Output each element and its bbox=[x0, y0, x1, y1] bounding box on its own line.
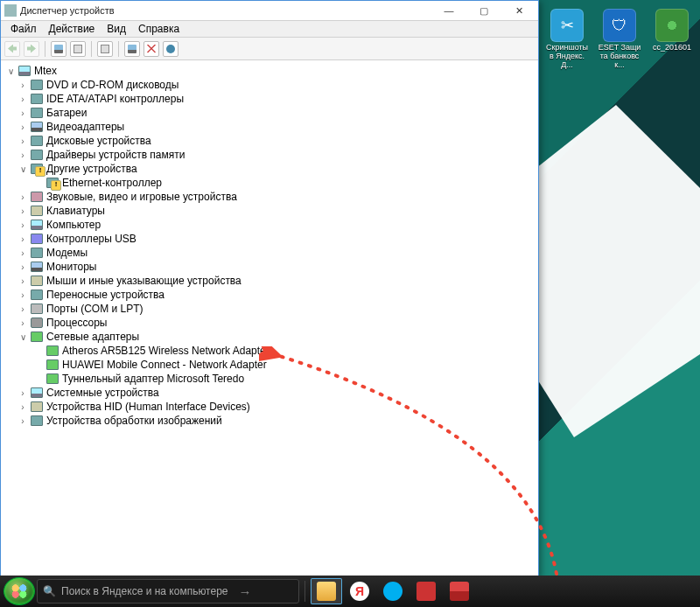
tree-label: Ethernet-контроллер bbox=[62, 177, 162, 189]
app-icon bbox=[4, 4, 17, 17]
tree-cat-monitor[interactable]: ›Мониторы bbox=[3, 260, 536, 274]
monitor-icon bbox=[30, 261, 44, 273]
tree-label: Туннельный адаптер Microsoft Teredo bbox=[62, 373, 244, 385]
dvd-icon bbox=[30, 79, 44, 91]
desktop-icon-label: Скриншоты в Яндекс.Д... bbox=[544, 44, 590, 70]
menu-file[interactable]: Файл bbox=[4, 23, 43, 35]
tree-cat-ide[interactable]: ›IDE ATA/ATAPI контроллеры bbox=[3, 92, 536, 106]
yandex-icon: Я bbox=[350, 582, 369, 601]
tree-cat-audio[interactable]: ›Звуковые, видео и игровые устройства bbox=[3, 190, 536, 204]
tree-label: Mtex bbox=[34, 65, 57, 77]
forward-button bbox=[24, 41, 39, 57]
tree-label: Звуковые, видео и игровые устройства bbox=[46, 191, 237, 203]
tree-cat-other[interactable]: ∨Другие устройства bbox=[3, 162, 536, 176]
usb-icon bbox=[30, 233, 44, 245]
device-tree[interactable]: ∨Mtex ›DVD и CD-ROM дисководы ›IDE ATA/A… bbox=[1, 60, 538, 576]
tree-label: Устройства обработки изображений bbox=[46, 415, 222, 427]
tree-label: Системные устройства bbox=[46, 387, 159, 399]
show-hidden-button[interactable] bbox=[51, 41, 66, 57]
tree-label: Клавиатуры bbox=[46, 205, 105, 217]
tree-item-huawei[interactable]: ·HUAWEI Mobile Connect - Network Adapter bbox=[3, 358, 536, 372]
tree-label: Видеоадаптеры bbox=[46, 121, 124, 133]
search-icon: 🔍 bbox=[43, 585, 56, 597]
tree-label: IDE ATA/ATAPI контроллеры bbox=[46, 93, 184, 105]
device-manager-window: Диспетчер устройств — ▢ ✕ Файл Действие … bbox=[0, 0, 539, 577]
menubar: Файл Действие Вид Справка bbox=[1, 20, 538, 38]
tree-label: Процессоры bbox=[46, 317, 108, 329]
search-placeholder: Поиск в Яндексе и на компьютере bbox=[61, 585, 228, 597]
computer-icon bbox=[18, 65, 32, 77]
close-button[interactable]: ✕ bbox=[501, 1, 536, 20]
tree-cat-keyboard[interactable]: ›Клавиатуры bbox=[3, 204, 536, 218]
shield-icon: 🛡 bbox=[603, 9, 636, 42]
tree-cat-network[interactable]: ∨Сетевые адаптеры bbox=[3, 330, 536, 344]
tree-cat-mouse[interactable]: ›Мыши и иные указывающие устройства bbox=[3, 274, 536, 288]
taskbar-skype[interactable] bbox=[377, 578, 409, 604]
unknown-device-icon bbox=[46, 177, 60, 189]
portable-icon bbox=[30, 289, 44, 301]
imaging-icon bbox=[30, 415, 44, 427]
battery-icon bbox=[30, 107, 44, 119]
keyboard-icon bbox=[30, 205, 44, 217]
minimize-button[interactable]: — bbox=[431, 1, 466, 20]
scan-hardware-button[interactable] bbox=[163, 41, 178, 57]
menu-view[interactable]: Вид bbox=[101, 23, 132, 35]
toolbox-icon bbox=[450, 582, 469, 601]
desktop-icon-eset[interactable]: 🛡 ESET Защита банковск... bbox=[597, 9, 642, 70]
tree-label: Контроллеры USB bbox=[46, 233, 136, 245]
taskbar-toolbox[interactable] bbox=[444, 578, 475, 604]
tree-cat-modem[interactable]: ›Модемы bbox=[3, 246, 536, 260]
tree-label: DVD и CD-ROM дисководы bbox=[46, 79, 178, 91]
tree-cat-disk[interactable]: ›Дисковые устройства bbox=[3, 134, 536, 148]
scissors-icon: ✂ bbox=[550, 9, 584, 42]
arrow-right-icon: → bbox=[239, 584, 252, 599]
uninstall-button[interactable] bbox=[144, 41, 159, 57]
desktop-icon-cc[interactable]: сс_201601 bbox=[649, 9, 695, 70]
tree-cat-usb[interactable]: ›Контроллеры USB bbox=[3, 232, 536, 246]
tree-cat-portable[interactable]: ›Переносные устройства bbox=[3, 288, 536, 302]
tree-item-ethernet[interactable]: ·Ethernet-контроллер bbox=[3, 176, 536, 190]
update-driver-button[interactable] bbox=[124, 41, 140, 57]
desktop-icon-label: сс_201601 bbox=[649, 44, 695, 52]
menu-help[interactable]: Справка bbox=[132, 23, 186, 35]
start-button[interactable] bbox=[4, 577, 35, 605]
tree-root[interactable]: ∨Mtex bbox=[3, 64, 536, 78]
taskbar-explorer[interactable] bbox=[311, 578, 342, 604]
network-icon bbox=[30, 331, 44, 343]
tree-cat-battery[interactable]: ›Батареи bbox=[3, 106, 536, 120]
network-adapter-icon bbox=[46, 373, 60, 385]
disk-icon bbox=[30, 135, 44, 147]
tree-cat-system[interactable]: ›Системные устройства bbox=[3, 386, 536, 400]
tree-label: Порты (COM и LPT) bbox=[46, 303, 144, 315]
display-adapter-icon bbox=[30, 121, 44, 133]
tree-cat-imaging[interactable]: ›Устройства обработки изображений bbox=[3, 414, 536, 428]
desktop-icon-yandex-screenshot[interactable]: ✂ Скриншоты в Яндекс.Д... bbox=[544, 9, 590, 70]
tree-cat-cpu[interactable]: ›Процессоры bbox=[3, 316, 536, 330]
system-icon bbox=[30, 387, 44, 399]
mouse-icon bbox=[30, 275, 44, 287]
taskbar-app-red[interactable] bbox=[410, 578, 442, 604]
tree-label: HUAWEI Mobile Connect - Network Adapter bbox=[62, 359, 267, 371]
menu-action[interactable]: Действие bbox=[43, 23, 102, 35]
tree-cat-ports[interactable]: ›Порты (COM и LPT) bbox=[3, 302, 536, 316]
tree-item-teredo[interactable]: ·Туннельный адаптер Microsoft Teredo bbox=[3, 372, 536, 386]
tree-label: Батареи bbox=[46, 107, 87, 119]
tree-cat-dvd[interactable]: ›DVD и CD-ROM дисководы bbox=[3, 78, 536, 92]
tree-cat-video[interactable]: ›Видеоадаптеры bbox=[3, 120, 536, 134]
back-button bbox=[4, 41, 20, 57]
hid-icon bbox=[30, 401, 44, 413]
tree-item-atheros[interactable]: ·Atheros AR5B125 Wireless Network Adapte… bbox=[3, 344, 536, 358]
folder-icon bbox=[317, 582, 336, 601]
tree-cat-hid[interactable]: ›Устройства HID (Human Interface Devices… bbox=[3, 400, 536, 414]
taskbar-search[interactable]: 🔍 Поиск в Яндексе и на компьютере → bbox=[37, 579, 299, 604]
ports-icon bbox=[30, 303, 44, 315]
titlebar[interactable]: Диспетчер устройств — ▢ ✕ bbox=[1, 1, 538, 20]
taskbar-yandex[interactable]: Я bbox=[344, 578, 375, 604]
properties-button[interactable] bbox=[70, 41, 86, 57]
tree-cat-computer[interactable]: ›Компьютер bbox=[3, 218, 536, 232]
tree-cat-memory-drivers[interactable]: ›Драйверы устройств памяти bbox=[3, 148, 536, 162]
maximize-button[interactable]: ▢ bbox=[466, 1, 501, 20]
network-adapter-icon bbox=[46, 345, 60, 357]
help-button[interactable] bbox=[97, 41, 113, 57]
tree-label: Сетевые адаптеры bbox=[46, 331, 139, 343]
